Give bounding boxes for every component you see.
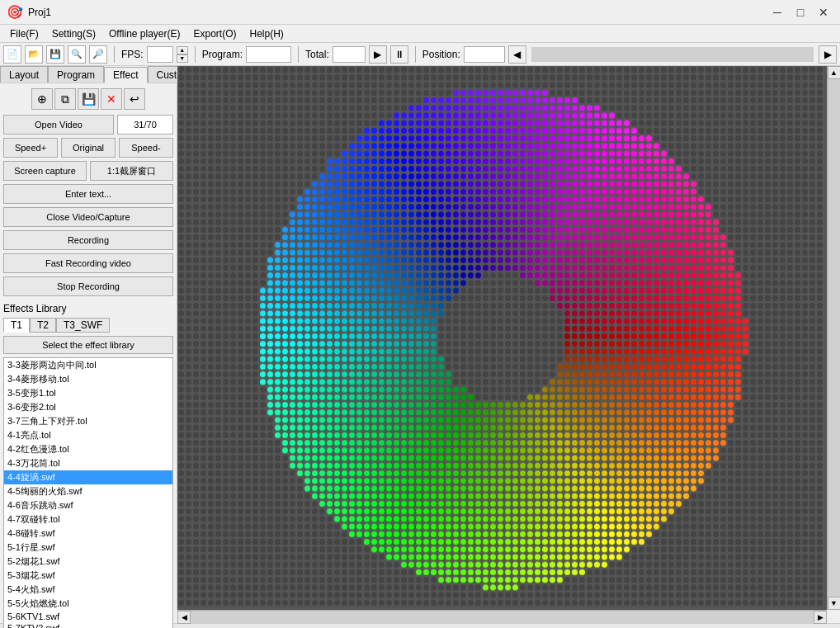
speed-plus-button[interactable]: Speed+ [3,138,58,158]
total-input[interactable]: 0 [333,46,366,63]
list-item[interactable]: 5-6KTV1.swf [4,611,172,622]
minimize-button[interactable]: ─ [767,4,787,21]
effects-tab-t1[interactable]: T1 [3,318,30,333]
main-area: Layout Program Effect Custom ◀ ▶ ⊕ ⧉ 💾 ✕… [0,66,840,610]
toolbar-save[interactable]: 💾 [46,45,64,64]
list-item[interactable]: 4-6音乐跳动.swf [4,498,172,512]
list-item[interactable]: 5-5火焰燃烧.tol [4,597,172,611]
close-video-button[interactable]: Close Video/Capture [3,207,173,227]
position-label: Position: [422,49,460,60]
menu-export[interactable]: Export(O) [187,26,243,41]
toolbar-sep3 [298,46,299,63]
effects-library: Effects Library T1 T2 T3_SWF Select the … [0,300,177,628]
toolbar-new[interactable]: 📄 [3,45,21,64]
tab-layout[interactable]: Layout [0,66,48,83]
total-label: Total: [305,49,329,60]
fps-input[interactable]: 25 [147,46,173,63]
scroll-down-button[interactable]: ▼ [828,597,841,610]
tab-program[interactable]: Program [48,66,104,83]
open-video-row: Open Video 31/70 [3,115,173,135]
horizontal-scrollbar[interactable]: ◀ ▶ [177,610,827,623]
position-input[interactable]: 0 [464,46,505,63]
toolbar-sep1 [114,46,115,63]
hscroll-left-button[interactable]: ◀ [177,611,191,624]
effects-title: Effects Library [3,303,173,314]
add-icon-btn[interactable]: ⊕ [31,88,53,110]
list-item[interactable]: 3-7三角上下对开.tol [4,414,172,428]
fps-label: FPS: [121,49,144,60]
delete-icon-btn[interactable]: ✕ [101,88,122,110]
list-item[interactable]: 4-5绚丽的火焰.swf [4,484,172,498]
scroll-up-button[interactable]: ▲ [828,66,841,79]
list-item[interactable]: 3-6变形2.tol [4,400,172,414]
screen-capture-row: Screen capture 1:1截屏窗口 [3,161,173,181]
next-button[interactable]: ▶ [819,45,837,64]
list-item[interactable]: 4-2红色漫漶.tol [4,442,172,456]
list-item[interactable]: 3-4菱形移动.tol [4,372,172,386]
speed-minus-button[interactable]: Speed- [119,138,173,158]
right-scrollbar[interactable]: ▲ ▼ [827,66,840,610]
titlebar: 🎯 Proj1 ─ □ ✕ [0,0,840,25]
title-left: 🎯 Proj1 [7,4,51,20]
position-slider[interactable] [531,47,814,62]
tab-effect[interactable]: Effect [104,67,147,83]
effects-tab-t3[interactable]: T3_SWF [56,318,110,333]
list-item[interactable]: 4-7双碰转.tol [4,512,172,526]
list-item[interactable]: 4-1亮点.tol [4,428,172,442]
undo-icon-btn[interactable]: ↩ [124,88,145,110]
icon-button-row: ⊕ ⧉ 💾 ✕ ↩ [3,88,173,110]
list-item[interactable]: 5-3烟花.swf [4,569,172,583]
select-effect-library-button[interactable]: Select the effect library [3,336,173,354]
fast-recording-button[interactable]: Fast Recording video [3,253,173,273]
list-item[interactable]: 5-4火焰.swf [4,583,172,597]
save-icon-btn[interactable]: 💾 [78,88,99,110]
effects-list[interactable]: 3-3菱形两边向中间.tol3-4菱形移动.tol3-5变形1.tol3-6变形… [3,357,173,628]
list-item[interactable]: 4-3万花筒.tol [4,456,172,470]
open-video-button[interactable]: Open Video [3,115,114,135]
menu-setting[interactable]: Setting(S) [45,26,102,41]
list-item[interactable]: 5-2烟花1.swf [4,555,172,569]
list-item[interactable]: 3-3菱形两边向中间.tol [4,358,172,372]
toolbar-search2[interactable]: 🔎 [89,45,107,64]
screen-capture-button[interactable]: Screen capture [3,161,87,181]
list-item[interactable]: 3-5变形1.tol [4,386,172,400]
enter-text-button[interactable]: Enter text... [3,184,173,204]
list-item[interactable]: 4-8碰转.swf [4,526,172,541]
fps-spinner[interactable]: ▲ ▼ [177,46,188,63]
menu-file[interactable]: File(F) [3,26,45,41]
effects-tab-t2[interactable]: T2 [30,318,56,333]
toolbar-search1[interactable]: 🔍 [68,45,86,64]
stop-recording-button[interactable]: Stop Recording [3,276,173,296]
menubar: File(F) Setting(S) Offline player(E) Exp… [0,25,840,43]
prev-button[interactable]: ◀ [508,45,526,64]
original-button[interactable]: Original [61,138,116,158]
list-item[interactable]: 5-1行星.swf [4,541,172,555]
maximize-button[interactable]: □ [790,4,810,21]
toolbar-sep2 [195,46,196,63]
list-item[interactable]: 4-4旋涡.swf [4,470,172,484]
fps-up[interactable]: ▲ [177,46,188,54]
controls-panel: ⊕ ⧉ 💾 ✕ ↩ Open Video 31/70 Speed+ Origin… [0,83,177,300]
toolbar-sep4 [415,46,416,63]
program-label: Program: [202,49,243,60]
canvas-area [177,66,827,610]
close-button[interactable]: ✕ [814,4,833,21]
copy-icon-btn[interactable]: ⧉ [54,88,76,110]
menu-help[interactable]: Help(H) [243,26,290,41]
pause-button[interactable]: ⏸ [390,45,408,64]
hscroll-right-button[interactable]: ▶ [814,611,827,624]
play-button[interactable]: ▶ [369,45,387,64]
tab-bar: Layout Program Effect Custom ◀ ▶ [0,66,177,83]
fps-down[interactable]: ▼ [177,54,188,63]
effects-tabs: T1 T2 T3_SWF [3,318,173,333]
menu-offline[interactable]: Offline player(E) [102,26,186,41]
led-display [177,66,827,610]
recording-button[interactable]: Recording [3,230,173,250]
toolbar-open[interactable]: 📂 [25,45,43,64]
program-input[interactable]: Pro1 [246,46,291,63]
screenshot-window-button[interactable]: 1:1截屏窗口 [90,161,173,181]
scroll-track[interactable] [828,79,841,597]
app-title: Proj1 [28,7,51,18]
hscroll-track[interactable] [191,611,814,624]
toolbar: 📄 📂 💾 🔍 🔎 FPS: 25 ▲ ▼ Program: Pro1 Tota… [0,43,840,66]
